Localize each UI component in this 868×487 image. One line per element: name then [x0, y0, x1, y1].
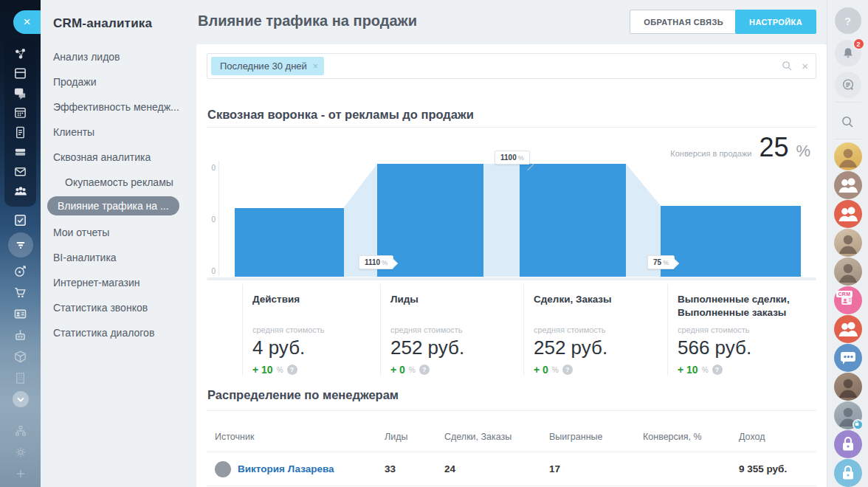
filter-bar[interactable]: Последние 30 дней × ×: [207, 53, 816, 79]
close-slider-button[interactable]: ×: [13, 10, 41, 34]
rail-item-mail[interactable]: [10, 162, 31, 180]
feed-icon: [13, 66, 27, 80]
chat-avatar-crm[interactable]: CRM: [834, 286, 862, 314]
rail-item-crm-analytics[interactable]: [8, 232, 33, 258]
chip-remove-icon[interactable]: ×: [313, 61, 318, 72]
cell-won: 17: [549, 463, 643, 474]
sidebar-item-end-to-end-analytics[interactable]: Сквозная аналитика: [41, 146, 195, 171]
funnel-bar-won[interactable]: [661, 206, 801, 277]
feedback-button[interactable]: ОБРАТНАЯ СВЯЗЬ: [630, 10, 737, 34]
chat-avatar-user-2[interactable]: [834, 229, 862, 257]
calendar-icon: [13, 106, 27, 120]
divider: [207, 127, 816, 128]
sidebar-item-sales[interactable]: Продажи: [41, 71, 195, 96]
rail-item-drive[interactable]: [10, 143, 31, 161]
funnel-chart: 0 0 0 1110 % 1100 % 75 %: [207, 148, 816, 280]
filter-search-input[interactable]: [328, 54, 782, 78]
chat-avatar-user-4[interactable]: [834, 373, 862, 401]
settings-button[interactable]: НАСТРОЙКА: [735, 10, 816, 34]
rail-item-chat[interactable]: [10, 84, 31, 102]
stage-conversion-badge: 75 %: [647, 255, 675, 269]
col-leads[interactable]: Лиды: [385, 432, 444, 442]
chat-avatar-group-3[interactable]: [834, 315, 862, 343]
rail-item-warehouse[interactable]: [10, 346, 31, 367]
col-deals[interactable]: Сделки, Заказы: [444, 432, 549, 442]
cell-income: 9 355 руб.: [739, 463, 816, 474]
help-icon[interactable]: ?: [712, 365, 723, 375]
sidebar-item-manager-efficiency[interactable]: Эффективность менедж...: [41, 96, 195, 121]
table-header-row: Источник Лиды Сделки, Заказы Выигранные …: [207, 422, 816, 452]
y-axis-tick: 0: [207, 164, 216, 172]
sidebar-item-lead-analysis[interactable]: Анализ лидов: [41, 46, 195, 71]
rail-search-button[interactable]: [835, 108, 861, 135]
col-won[interactable]: Выигранные: [549, 432, 643, 442]
close-icon: ×: [24, 15, 31, 30]
chat-avatar-general-chat[interactable]: [834, 344, 862, 372]
help-icon[interactable]: ?: [419, 365, 430, 375]
chat-avatar-group-2[interactable]: [834, 200, 862, 228]
building-icon: [13, 371, 27, 385]
rail-item-network[interactable]: [10, 45, 31, 63]
funnel-bar-actions[interactable]: [235, 208, 344, 277]
plus-icon: [15, 468, 27, 480]
messenger-button[interactable]: [835, 72, 861, 98]
chat-avatar-private-3[interactable]: [834, 459, 862, 487]
manager-name-link[interactable]: Виктория Лазарева: [238, 463, 334, 474]
robot-icon: [13, 328, 27, 342]
rail-item-calendar[interactable]: [10, 104, 31, 122]
help-icon[interactable]: ?: [287, 365, 297, 375]
sidebar-item-online-store[interactable]: Интернет-магазин: [41, 272, 195, 297]
chat-avatar-user-1[interactable]: [834, 142, 862, 170]
sidebar-item-ad-payback[interactable]: Окупаемость рекламы: [41, 171, 195, 196]
chart-scroll-track[interactable]: [207, 277, 816, 280]
chat-bubble-icon: [841, 77, 855, 92]
chat-avatar-private-1[interactable]: [834, 401, 862, 429]
chat-avatar-private-2[interactable]: [834, 430, 862, 458]
notification-count-badge: 2: [852, 38, 865, 50]
rail-collapse-button[interactable]: [10, 389, 31, 410]
rail-item-feed[interactable]: [10, 65, 31, 83]
rail-item-contact-center[interactable]: [10, 303, 31, 324]
sidebar-item-call-statistics[interactable]: Статистика звонков: [41, 297, 195, 322]
sidebar-item-traffic-impact[interactable]: Влияние трафика на ...: [41, 196, 195, 221]
chat-avatar-group-1[interactable]: [834, 171, 862, 199]
search-icon: [841, 115, 855, 129]
rail-item-robot[interactable]: [10, 325, 31, 345]
sidebar-item-bi-analytics[interactable]: BI-аналитика: [41, 246, 195, 272]
divider: [207, 410, 816, 411]
rail-item-marketing[interactable]: [10, 260, 31, 281]
stat-leads: Лиды средняя стоимость 252 руб. + 0%?: [380, 284, 523, 376]
tasks-icon: [13, 213, 27, 227]
rail-add-button[interactable]: [10, 463, 31, 484]
table-row: Виктория Лазарева 33 24 17 9 355 руб.: [207, 452, 816, 486]
rail-item-building[interactable]: [10, 367, 31, 388]
gear-icon: [14, 446, 27, 459]
sidebar-item-clients[interactable]: Клиенты: [41, 121, 195, 146]
funnel-bar-deals[interactable]: [520, 164, 626, 277]
chat-icon: [13, 86, 27, 100]
notifications-button[interactable]: 2: [835, 40, 861, 66]
stat-won: Выполненные сделки, Выполненные заказы с…: [667, 284, 816, 376]
rail-item-tasks[interactable]: [10, 210, 31, 230]
sidebar-item-my-reports[interactable]: Мои отчеты: [41, 221, 195, 246]
chat-avatar-user-3[interactable]: [834, 258, 862, 286]
help-icon[interactable]: ?: [562, 365, 573, 375]
col-source[interactable]: Источник: [215, 432, 385, 442]
cart-icon: [13, 286, 27, 300]
sidebar-item-dialog-statistics[interactable]: Статистика диалогов: [41, 322, 195, 347]
col-conversion[interactable]: Конверсия, %: [643, 432, 739, 442]
clear-filter-icon[interactable]: ×: [802, 60, 808, 72]
rail-item-settings[interactable]: [10, 442, 31, 463]
help-icon: ?: [844, 15, 851, 27]
rail-item-documents[interactable]: [10, 123, 31, 141]
rail-item-company[interactable]: [10, 182, 31, 200]
col-income[interactable]: Доход: [739, 432, 816, 442]
sidebar-title: CRM-аналитика: [41, 0, 195, 31]
rail-item-shop[interactable]: [10, 282, 31, 303]
divider: [835, 139, 861, 139]
mail-icon: [13, 165, 27, 179]
filter-chip-period[interactable]: Последние 30 дней ×: [211, 57, 324, 75]
rail-item-sitemap[interactable]: [10, 421, 31, 441]
search-icon[interactable]: [782, 61, 793, 72]
help-button[interactable]: ?: [835, 7, 861, 34]
